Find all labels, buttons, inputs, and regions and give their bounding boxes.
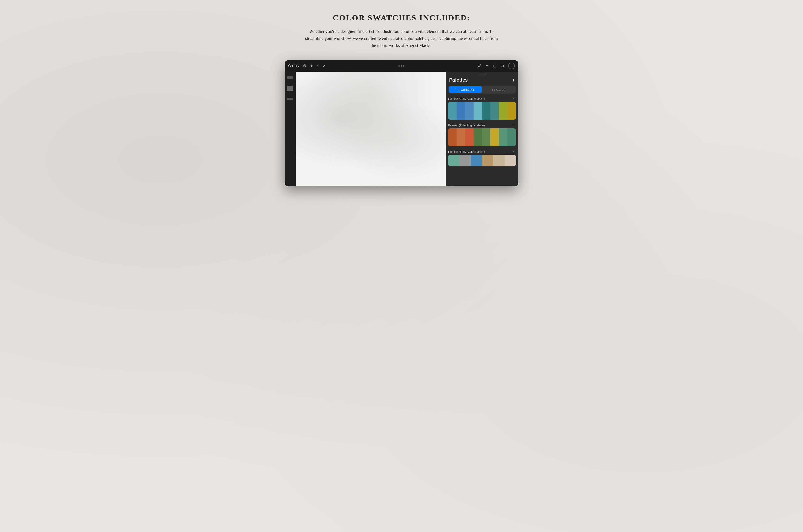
swatch[interactable]: [457, 102, 465, 120]
swatch[interactable]: [482, 102, 490, 120]
swatch[interactable]: [474, 129, 482, 146]
swatch[interactable]: [490, 129, 499, 146]
swatch[interactable]: [505, 155, 516, 166]
slider-1[interactable]: [287, 76, 293, 79]
swatch[interactable]: [499, 102, 507, 120]
swatch[interactable]: [507, 129, 516, 146]
palette-name-3: Rokoko (1) by August Macke: [448, 150, 485, 153]
swatch[interactable]: [499, 129, 507, 146]
palette-header-3: Rokoko (1) by August Macke ···: [448, 150, 516, 154]
layers-icon[interactable]: ⧉: [501, 64, 504, 68]
swatch[interactable]: [465, 102, 474, 120]
main-area: Palettes + ⊞ Compact ⊟ Cards: [285, 72, 518, 187]
slider-2[interactable]: [287, 98, 293, 100]
canvas-area[interactable]: [296, 72, 445, 187]
pen-icon[interactable]: ✒: [486, 63, 489, 68]
palette-name-2: Rokoko (2) by August Macke: [448, 124, 485, 127]
list-item: Rokoko (3) by August Macke ···: [448, 97, 516, 120]
palette-swatches-1[interactable]: [448, 102, 516, 120]
palette-header-2: Rokoko (2) by August Macke ···: [448, 123, 516, 127]
dot-1: [398, 65, 400, 66]
toolbar-left: Gallery ⚙ ✦ ↕ ↗: [288, 63, 326, 68]
list-item: Rokoko (1) by August Macke ···: [448, 150, 516, 166]
arrow-icon[interactable]: ↗: [322, 63, 326, 68]
compact-label: Compact: [461, 88, 474, 92]
panel-header: Palettes +: [445, 75, 518, 86]
wrench-icon[interactable]: ⚙: [303, 63, 306, 68]
shape-tool[interactable]: [287, 86, 293, 91]
swatch[interactable]: [493, 155, 505, 166]
app-mockup: Gallery ⚙ ✦ ↕ ↗ 🖌 ✒ ◻ ⧉: [285, 60, 518, 187]
cards-view-button[interactable]: ⊟ Cards: [482, 86, 515, 93]
eraser-icon[interactable]: ◻: [493, 63, 497, 68]
add-palette-button[interactable]: +: [512, 77, 515, 83]
palette-more-button-2[interactable]: ···: [512, 123, 516, 127]
drag-handle[interactable]: [445, 72, 518, 75]
color-circle[interactable]: [508, 62, 515, 69]
palette-name-1: Rokoko (3) by August Macke: [448, 97, 485, 100]
palette-more-button-1[interactable]: ···: [512, 97, 516, 101]
swatch[interactable]: [490, 102, 499, 120]
brush-icon[interactable]: 🖌: [477, 64, 481, 68]
palette-header-1: Rokoko (3) by August Macke ···: [448, 97, 516, 101]
left-toolbar: [285, 72, 296, 187]
swatch[interactable]: [482, 155, 493, 166]
list-item: Rokoko (2) by August Macke ···: [448, 123, 516, 146]
swatch[interactable]: [465, 129, 474, 146]
swatch[interactable]: [507, 102, 516, 120]
cards-icon: ⊟: [492, 88, 495, 92]
canvas-texture: [296, 72, 445, 187]
compact-view-button[interactable]: ⊞ Compact: [449, 86, 482, 93]
palette-swatches-3[interactable]: [448, 155, 516, 166]
swatch[interactable]: [474, 102, 482, 120]
gallery-button[interactable]: Gallery: [288, 64, 299, 68]
panel-title: Palettes: [449, 77, 468, 83]
dot-3: [403, 65, 404, 66]
swatch[interactable]: [482, 129, 490, 146]
palettes-panel: Palettes + ⊞ Compact ⊟ Cards: [445, 72, 518, 187]
drag-bar: [478, 74, 486, 75]
magic-wand-icon[interactable]: ✦: [310, 63, 313, 68]
swatch[interactable]: [471, 155, 482, 166]
swatch[interactable]: [448, 129, 457, 146]
page-container: COLOR SWATCHES INCLUDED: Whether you're …: [269, 13, 534, 187]
swatch[interactable]: [448, 102, 457, 120]
palette-swatches-2[interactable]: [448, 129, 516, 146]
swatch[interactable]: [457, 129, 465, 146]
palette-more-button-3[interactable]: ···: [512, 150, 516, 154]
section-description: Whether you're a designer, fine artist, …: [302, 28, 501, 49]
toolbar-center: [398, 65, 404, 66]
app-toolbar: Gallery ⚙ ✦ ↕ ↗ 🖌 ✒ ◻ ⧉: [285, 60, 518, 72]
cards-label: Cards: [496, 88, 505, 92]
section-title: COLOR SWATCHES INCLUDED:: [333, 13, 470, 22]
compact-icon: ⊞: [457, 88, 459, 92]
transform-icon[interactable]: ↕: [317, 64, 319, 68]
palette-list: Rokoko (3) by August Macke ···: [445, 97, 518, 187]
view-toggle: ⊞ Compact ⊟ Cards: [448, 86, 516, 94]
toolbar-right: 🖌 ✒ ◻ ⧉: [477, 62, 515, 69]
swatch[interactable]: [448, 155, 459, 166]
dot-2: [401, 65, 402, 66]
swatch[interactable]: [459, 155, 471, 166]
